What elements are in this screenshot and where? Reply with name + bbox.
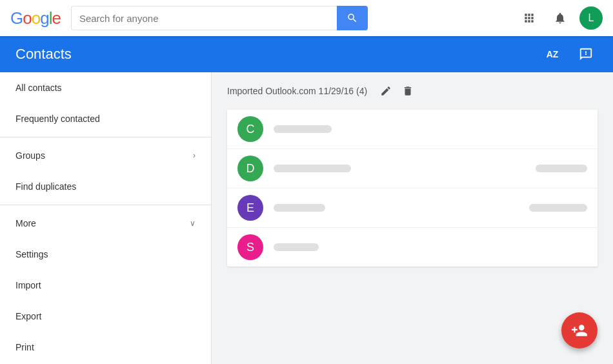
delete-icon (402, 85, 414, 97)
sidebar-item-label: Print (15, 342, 34, 352)
feedback-icon (579, 47, 593, 61)
sidebar-item-label: Groups (15, 150, 45, 161)
sidebar-item-label: More (15, 218, 36, 228)
table-row[interactable]: C (227, 110, 598, 149)
table-row[interactable]: D (227, 149, 598, 188)
edit-button[interactable] (377, 83, 394, 99)
contact-name (274, 165, 351, 172)
search-button[interactable] (337, 6, 368, 30)
contact-detail (536, 165, 587, 172)
contact-name (274, 125, 332, 133)
sort-button[interactable]: AZ (541, 43, 564, 66)
sidebar-item-settings[interactable]: Settings (0, 239, 211, 270)
avatar: C (237, 116, 263, 142)
sidebar-item-import[interactable]: Import (0, 270, 211, 301)
search-container (71, 6, 368, 30)
chevron-right-icon: › (193, 151, 196, 160)
sidebar-item-print[interactable]: Print (0, 332, 211, 363)
avatar: S (237, 234, 263, 260)
sidebar-item-frequently-contacted[interactable]: Frequently contacted (0, 103, 211, 134)
contact-info (274, 243, 587, 251)
apps-icon-button[interactable] (518, 6, 541, 30)
sidebar-item-all-contacts[interactable]: All contacts (0, 72, 211, 103)
avatar: D (237, 156, 263, 181)
sidebar-item-more[interactable]: More ∨ (0, 208, 211, 239)
google-logo: Google (10, 8, 61, 28)
add-contact-fab[interactable] (561, 312, 598, 349)
sidebar-item-label: Export (15, 311, 41, 321)
sidebar: All contacts Frequently contacted Groups… (0, 72, 212, 364)
imported-title: Imported Outlook.com 11/29/16 (4) (227, 86, 367, 96)
sidebar-item-find-duplicates[interactable]: Find duplicates (0, 171, 211, 202)
notification-icon (554, 12, 567, 25)
sidebar-item-groups[interactable]: Groups › (0, 140, 211, 171)
contact-detail (529, 204, 587, 212)
top-bar-icons: L (518, 6, 603, 30)
table-row[interactable]: E (227, 188, 598, 228)
sidebar-item-label: Find duplicates (15, 181, 76, 192)
contacts-title: Contacts (15, 46, 72, 63)
sidebar-item-label: Frequently contacted (15, 114, 100, 124)
contact-name (274, 204, 325, 212)
sidebar-item-export[interactable]: Export (0, 301, 211, 332)
contact-info (274, 165, 536, 172)
search-icon (347, 12, 358, 24)
notification-icon-button[interactable] (548, 6, 572, 30)
contact-info (274, 204, 529, 212)
content-area: Imported Outlook.com 11/29/16 (4) C (212, 72, 613, 364)
header-actions: AZ (541, 43, 598, 66)
add-person-icon (571, 322, 588, 339)
contacts-list: C D E S (227, 110, 598, 267)
contacts-header: Contacts AZ (0, 36, 613, 72)
top-bar: Google L (0, 0, 613, 36)
sidebar-divider-2 (0, 205, 211, 205)
contact-info (274, 125, 587, 133)
main-layout: All contacts Frequently contacted Groups… (0, 72, 613, 364)
sidebar-item-label: All contacts (15, 83, 62, 93)
sidebar-item-label: Import (15, 280, 41, 290)
imported-header: Imported Outlook.com 11/29/16 (4) (227, 83, 598, 99)
feedback-button[interactable] (574, 43, 598, 66)
sidebar-item-label: Settings (15, 249, 48, 259)
apps-icon (523, 12, 536, 25)
table-row[interactable]: S (227, 228, 598, 267)
contact-name (274, 243, 319, 251)
edit-icon (380, 85, 392, 97)
delete-button[interactable] (399, 83, 416, 99)
avatar: E (237, 195, 263, 221)
sidebar-divider (0, 137, 211, 137)
chevron-down-icon: ∨ (190, 219, 196, 228)
search-input[interactable] (71, 6, 337, 30)
user-avatar[interactable]: L (579, 6, 603, 30)
